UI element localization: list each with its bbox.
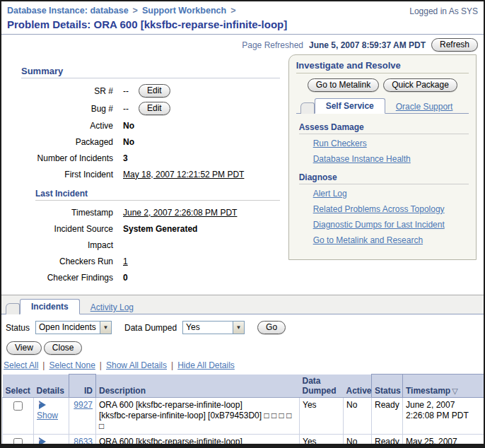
related-problems-link[interactable]: Related Problems Across Topology	[313, 204, 469, 214]
select-none-link[interactable]: Select None	[49, 360, 95, 370]
status-select[interactable]: Open Incidents ▼	[35, 321, 112, 334]
table-row: +Show 9927 ORA 600 [kksfbc-reparse-infin…	[3, 398, 485, 435]
incident-id-link[interactable]: 8633	[74, 437, 93, 447]
packaged-row: Packaged No	[21, 136, 280, 148]
page-refreshed-timestamp: June 5, 2007 8:59:37 AM PDT	[309, 40, 426, 50]
col-header-details: Details	[34, 375, 69, 398]
sr-edit-button[interactable]: Edit	[139, 84, 170, 98]
first-incident-link[interactable]: May 18, 2007 12:21:52 PM PDT	[123, 170, 244, 179]
col-header-select: Select	[3, 375, 34, 398]
assess-damage-section: Assess Damage Run Checkers Database Inst…	[299, 122, 469, 164]
expand-show-icon[interactable]: +	[37, 401, 47, 409]
quick-package-button[interactable]: Quick Package	[383, 78, 457, 92]
sr-number-value: --	[123, 86, 129, 96]
summary-section: Summary SR # -- Edit Bug # -- Edit Activ…	[1, 54, 286, 288]
tab-incidents[interactable]: Incidents	[20, 299, 80, 314]
breadcrumb: Database Instance: database>Support Work…	[1, 1, 484, 16]
timestamp-row: Timestamp June 2, 2007 2:26:08 PM PDT	[21, 206, 280, 218]
bug-number-row: Bug # -- Edit	[21, 102, 280, 115]
page-refreshed-label: Page Refreshed	[242, 40, 303, 50]
active-cell: No	[344, 398, 372, 435]
tab-stub	[300, 102, 315, 114]
logged-in-label: Logged in As SYS	[409, 6, 478, 16]
impact-label: Impact	[21, 240, 113, 250]
sr-number-row: SR # -- Edit	[21, 84, 280, 98]
timestamp-cell: June 2, 2007 2:26:08 PM PDT	[403, 398, 485, 435]
row-checkbox[interactable]	[13, 438, 23, 447]
select-all-link[interactable]: Select All	[4, 360, 38, 370]
tab-self-service[interactable]: Self Service	[315, 98, 385, 114]
table-header-row: Select Details ID Description Data Dumpe…	[3, 375, 485, 398]
checker-findings-label: Checker Findings	[21, 273, 113, 283]
diagnostic-dumps-link[interactable]: Diagnostic Dumps for Last Incident	[313, 220, 469, 230]
col-header-description: Description	[96, 375, 300, 398]
incidents-tabbar: Incidents Activity Log	[1, 295, 484, 314]
col-header-id[interactable]: ID	[69, 375, 96, 398]
incident-id-link[interactable]: 9927	[74, 400, 93, 410]
sort-descending-icon: ▽	[452, 387, 457, 395]
dropdown-arrow-icon: ▼	[100, 322, 111, 334]
data-dumped-cell: Yes	[300, 398, 344, 435]
data-dumped-select[interactable]: Yes ▼	[182, 321, 245, 334]
col-header-timestamp[interactable]: Timestamp▽	[403, 375, 485, 398]
self-service-tabbar: Self Service Oracle Support	[296, 98, 469, 114]
checkers-run-row: Checkers Run 1	[21, 255, 280, 267]
checkers-run-link[interactable]: 1	[123, 257, 128, 266]
tab-activity-log[interactable]: Activity Log	[80, 300, 144, 314]
database-instance-health-link[interactable]: Database Instance Health	[313, 154, 469, 164]
link-separator: |	[42, 360, 45, 370]
data-dumped-cell: Yes	[300, 435, 344, 448]
refresh-button[interactable]: Refresh	[431, 38, 478, 52]
checkers-run-label: Checkers Run	[21, 257, 113, 266]
hide-all-details-link[interactable]: Hide All Details	[177, 360, 235, 370]
checker-findings-row: Checker Findings 0	[21, 271, 280, 283]
close-button[interactable]: Close	[44, 341, 83, 355]
col-header-status[interactable]: Status	[372, 375, 403, 398]
timestamp-header-label: Timestamp	[406, 386, 450, 396]
first-incident-label: First Incident	[21, 170, 113, 179]
incidents-table: Select Details ID Description Data Dumpe…	[2, 374, 485, 448]
col-header-active: Active	[344, 375, 372, 398]
go-to-metalink-button[interactable]: Go to Metalink	[308, 78, 379, 92]
incident-count-row: Number of Incidents 3	[21, 152, 280, 164]
diagnose-section: Diagnose Alert Log Related Problems Acro…	[299, 172, 469, 245]
incident-source-value: System Generated	[123, 224, 197, 234]
view-button[interactable]: View	[6, 341, 42, 355]
description-line1: ORA 600 [kksfbc-reparse-infinite-loop]	[99, 437, 296, 447]
metalink-research-link[interactable]: Go to Metalink and Research	[313, 235, 469, 245]
status-select-value: Open Incidents	[36, 322, 100, 334]
last-incident-timestamp-link[interactable]: June 2, 2007 2:26:08 PM PDT	[123, 208, 237, 218]
data-dumped-select-value: Yes	[183, 322, 233, 334]
bug-number-label: Bug #	[21, 104, 113, 114]
active-label: Active	[21, 121, 113, 131]
show-all-details-link[interactable]: Show All Details	[106, 360, 167, 370]
link-separator: |	[100, 360, 102, 370]
go-button[interactable]: Go	[257, 321, 286, 334]
incident-count-label: Number of Incidents	[21, 153, 113, 163]
packaged-value: No	[123, 137, 134, 147]
breadcrumb-link-database-instance[interactable]: Database Instance: database	[7, 6, 129, 16]
incident-description: ORA 600 [kksfbc-reparse-infinite-loop][k…	[96, 435, 300, 448]
checker-findings-value: 0	[123, 273, 128, 283]
run-checkers-link[interactable]: Run Checkers	[313, 138, 469, 148]
bug-edit-button[interactable]: Edit	[139, 102, 170, 115]
breadcrumb-link-support-workbench[interactable]: Support Workbench	[142, 6, 226, 16]
dropdown-arrow-icon: ▼	[233, 322, 244, 334]
description-line2: [kksfbc-reparse-infinite-loop] [0xB79453…	[99, 411, 296, 432]
incident-source-row: Incident Source System Generated	[21, 223, 280, 235]
active-value: No	[123, 121, 134, 131]
show-details-link[interactable]: Show	[37, 411, 58, 420]
row-checkbox[interactable]	[13, 401, 23, 411]
description-line1: ORA 600 [kksfbc-reparse-infinite-loop]	[99, 400, 296, 411]
selection-linkbar: Select All|Select None|Show All Details|…	[4, 360, 484, 370]
active-cell: No	[344, 435, 372, 448]
alert-log-link[interactable]: Alert Log	[313, 189, 469, 199]
breadcrumb-separator: >	[133, 6, 138, 16]
breadcrumb-separator: >	[230, 6, 235, 16]
bug-number-value: --	[123, 104, 129, 114]
tab-oracle-support[interactable]: Oracle Support	[385, 100, 464, 114]
expand-show-icon[interactable]: +	[37, 437, 47, 446]
tab-stub	[6, 303, 20, 314]
table-row: +Show 8633 ORA 600 [kksfbc-reparse-infin…	[3, 435, 485, 448]
investigate-resolve-panel: Investigate and Resolve Go to Metalink Q…	[288, 54, 477, 260]
